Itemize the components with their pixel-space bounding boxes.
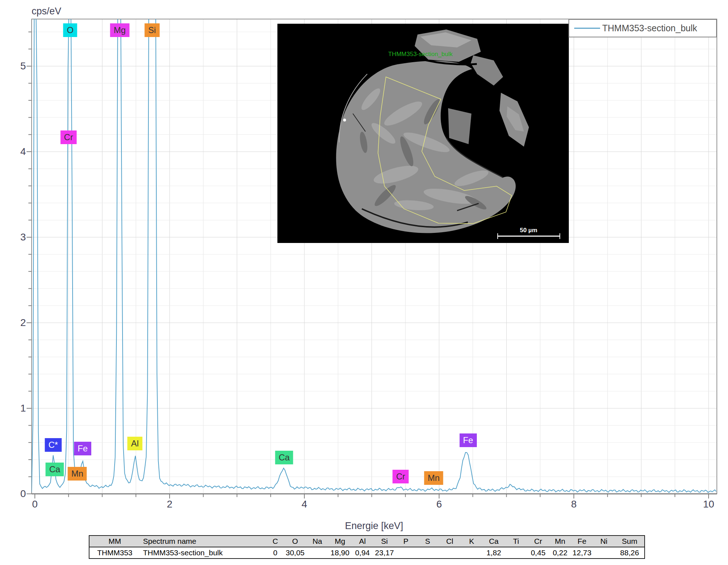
table-cell (461, 547, 483, 559)
table-col-header: Fe (571, 536, 593, 547)
element-label-Cr[interactable]: Cr (60, 130, 77, 144)
element-label-Si[interactable]: Si (145, 23, 160, 37)
table-cell: 0,94 (351, 547, 374, 559)
table-col-header: Mn (549, 536, 571, 547)
table-col-header: Si (374, 536, 396, 547)
table-cell (395, 547, 416, 559)
eds-spectrum-view: { "chart_data": { "type": "line", "title… (0, 0, 728, 565)
y-tick-label: 3 (20, 231, 26, 243)
table-col-header: Spectrum name (140, 536, 266, 547)
table-col-header: P (395, 536, 416, 547)
sem-inset-image[interactable]: THMM353-section_bulk 50 µm (277, 24, 569, 243)
table-col-header: Al (351, 536, 374, 547)
x-tick-label: 8 (571, 499, 577, 510)
element-label-C[interactable]: C* (45, 438, 62, 452)
element-label-Mn[interactable]: Mn (68, 467, 87, 481)
table-cell: 23,17 (374, 547, 396, 559)
table-cell: 18,90 (329, 547, 351, 559)
y-tick-label: 1 (20, 403, 26, 414)
x-tick-label: 10 (703, 499, 714, 510)
x-axis-title: Energie [keV] (345, 520, 403, 532)
table-col-header: MM (89, 536, 140, 547)
element-label-Ca[interactable]: Ca (275, 451, 293, 464)
table-cell (505, 547, 527, 559)
table-col-header: C (266, 536, 284, 547)
table-header-row: MMSpectrum nameCONaMgAlSiPSClKCaTiCrMnFe… (89, 536, 645, 547)
table-cell (593, 547, 615, 559)
table-col-header: Ca (483, 536, 505, 547)
table-row: THMM353THMM353-section_bulk030,0518,900,… (89, 547, 645, 559)
table-cell: 0,45 (527, 547, 549, 559)
table-cell: 0 (266, 547, 284, 559)
table-col-header: Cl (439, 536, 461, 547)
table-cell: 1,82 (483, 547, 505, 559)
table-cell (306, 547, 329, 559)
table-col-header: Ti (505, 536, 527, 547)
element-label-Mn[interactable]: Mn (424, 471, 443, 485)
x-tick-label: 0 (32, 499, 38, 510)
x-tick-label: 6 (436, 499, 442, 510)
table-col-header: Sum (615, 536, 645, 547)
table-col-header: Mg (329, 536, 351, 547)
scale-bar-text: 50 µm (520, 227, 538, 234)
table-cell: 88,26 (615, 547, 645, 559)
table-cell: 12,73 (571, 547, 593, 559)
table-col-header: Na (306, 536, 329, 547)
table-cell: 30,05 (284, 547, 306, 559)
x-tick-label: 4 (301, 499, 307, 510)
x-tick-label: 2 (167, 499, 172, 510)
element-label-Mg[interactable]: Mg (110, 23, 129, 37)
table-col-header: K (461, 536, 483, 547)
y-tick-label: 2 (20, 317, 26, 329)
y-tick-label: 4 (20, 146, 26, 157)
table-col-header: Cr (527, 536, 549, 547)
table-cell (416, 547, 439, 559)
y-tick-label: 5 (20, 60, 26, 72)
element-label-Al[interactable]: Al (128, 437, 142, 450)
y-axis-title: cps/eV (32, 6, 61, 17)
table-cell: 0,22 (549, 547, 571, 559)
table-cell: THMM353 (89, 547, 140, 559)
element-label-Fe[interactable]: Fe (460, 433, 477, 447)
table-cell: THMM353-section_bulk (140, 547, 266, 559)
table-col-header: S (416, 536, 439, 547)
y-tick-label: 0 (20, 488, 26, 500)
table-col-header: O (284, 536, 306, 547)
table-cell (439, 547, 461, 559)
legend-line-sample (574, 28, 600, 29)
element-label-Ca[interactable]: Ca (46, 463, 64, 476)
element-label-Cr[interactable]: Cr (392, 470, 409, 483)
element-label-Fe[interactable]: Fe (74, 442, 91, 455)
element-label-O[interactable]: O (63, 23, 77, 37)
legend-entry-label[interactable]: THMM353-section_bulk (602, 23, 697, 33)
table-col-header: Ni (593, 536, 615, 547)
sem-region-label: THMM353-section_bulk (388, 51, 453, 58)
results-table: MMSpectrum nameCONaMgAlSiPSClKCaTiCrMnFe… (89, 535, 645, 559)
legend[interactable]: THMM353-section_bulk (568, 19, 717, 37)
